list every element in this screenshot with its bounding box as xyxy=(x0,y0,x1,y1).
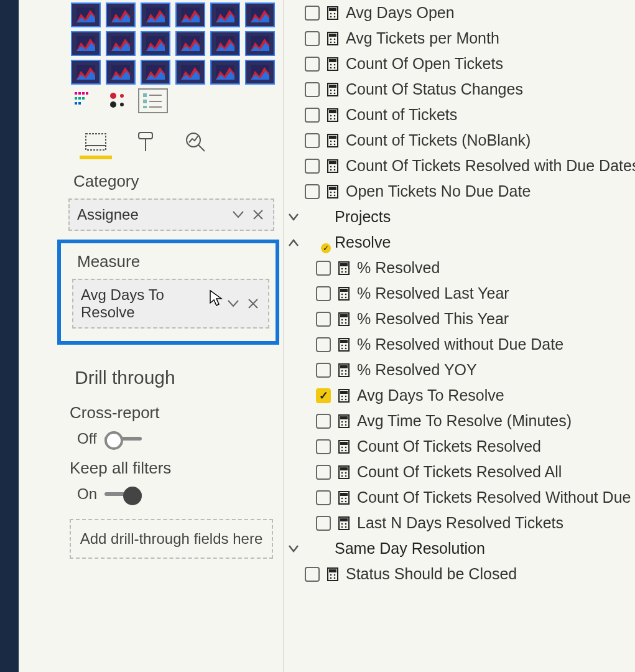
field-checkbox[interactable] xyxy=(316,286,331,301)
custom-visual-tile[interactable] xyxy=(71,2,101,27)
field-checkbox[interactable] xyxy=(316,439,331,454)
field-checkbox[interactable] xyxy=(305,82,320,97)
field-checkbox[interactable] xyxy=(316,388,331,403)
visualizations-panel: /* placeholder */ Category Assignee Meas… xyxy=(60,0,284,672)
svg-rect-79 xyxy=(329,161,336,164)
measure-icon xyxy=(337,439,351,455)
svg-rect-133 xyxy=(340,442,348,445)
measure-icon xyxy=(337,490,351,506)
field-checkbox[interactable] xyxy=(316,363,331,378)
custom-visual-tile[interactable] xyxy=(106,31,136,56)
custom-visual-tile[interactable] xyxy=(210,2,240,27)
svg-point-154 xyxy=(341,526,343,528)
custom-visual-tile[interactable] xyxy=(71,60,101,85)
category-well[interactable]: Assignee xyxy=(68,198,274,231)
measure-icon xyxy=(337,286,351,302)
custom-visual-tile[interactable] xyxy=(175,60,205,85)
custom-visual-tile[interactable] xyxy=(175,2,205,27)
drillthrough-drop-area[interactable]: Add drill-through fields here xyxy=(70,519,273,559)
table-group[interactable]: Projects xyxy=(284,204,635,230)
field-item[interactable]: Count Of Status Changes xyxy=(284,77,635,102)
field-item[interactable]: Avg Tickets per Month xyxy=(284,26,635,51)
tab-format[interactable] xyxy=(133,129,158,154)
field-checkbox[interactable] xyxy=(305,133,320,148)
field-item[interactable]: Count Of Tickets Resolved xyxy=(284,434,635,459)
custom-visual-tile[interactable] xyxy=(210,31,240,56)
tab-fields[interactable] xyxy=(83,129,108,154)
field-item[interactable]: Count of Tickets xyxy=(284,102,635,128)
table-group[interactable]: ✓Resolve xyxy=(284,230,635,255)
field-item[interactable]: % Resolved xyxy=(284,255,635,281)
field-checkbox[interactable] xyxy=(316,337,331,352)
field-item[interactable]: % Resolved YOY xyxy=(284,357,635,383)
custom-visual-tile[interactable] xyxy=(106,2,136,27)
field-name: % Resolved xyxy=(357,259,440,277)
field-item[interactable]: Avg Time To Resolve (Minutes) xyxy=(284,408,635,434)
table-group[interactable]: Same Day Resolution xyxy=(284,536,635,561)
svg-point-118 xyxy=(341,373,343,375)
matrix-visual-icon[interactable] xyxy=(71,88,101,113)
keep-all-filters-toggle[interactable]: On xyxy=(66,483,277,505)
table-name: Resolve xyxy=(335,233,391,251)
field-item[interactable]: Avg Days Open xyxy=(284,0,635,26)
svg-point-137 xyxy=(345,449,347,451)
field-item[interactable]: Count Of Tickets Resolved Without Due xyxy=(284,485,635,510)
svg-point-112 xyxy=(341,347,343,349)
svg-point-87 xyxy=(334,191,336,193)
field-item[interactable]: Count Of Tickets Resolved All xyxy=(284,459,635,485)
field-item[interactable]: % Resolved This Year xyxy=(284,306,635,332)
measure-icon xyxy=(337,464,351,480)
remove-field-icon[interactable] xyxy=(246,296,261,311)
field-checkbox[interactable] xyxy=(305,184,320,199)
custom-visual-tile[interactable] xyxy=(245,60,275,85)
svg-rect-22 xyxy=(75,97,77,100)
custom-visual-tile[interactable] xyxy=(71,31,101,56)
measure-icon xyxy=(326,107,340,123)
svg-point-117 xyxy=(345,370,347,371)
field-checkbox[interactable] xyxy=(316,414,331,429)
cross-report-toggle[interactable]: Off xyxy=(66,427,277,450)
chevron-down-icon[interactable] xyxy=(226,296,241,311)
measure-icon xyxy=(326,82,340,98)
chevron-down-icon[interactable] xyxy=(231,207,246,222)
custom-visual-tile[interactable] xyxy=(175,31,205,56)
field-item[interactable]: Avg Days To Resolve xyxy=(284,383,635,408)
field-item[interactable]: % Resolved Last Year xyxy=(284,281,635,306)
field-checkbox[interactable] xyxy=(316,465,331,480)
measure-well[interactable]: Avg Days To Resolve xyxy=(72,279,269,329)
field-checkbox[interactable] xyxy=(305,6,320,21)
field-checkbox[interactable] xyxy=(316,261,331,276)
field-item[interactable]: Count Of Open Tickets xyxy=(284,51,635,77)
dot-visual-icon[interactable] xyxy=(104,88,134,113)
remove-field-icon[interactable] xyxy=(251,207,266,222)
measure-icon xyxy=(337,311,351,327)
svg-point-122 xyxy=(341,395,343,397)
custom-visual-tile[interactable] xyxy=(210,60,240,85)
field-checkbox[interactable] xyxy=(305,31,320,46)
field-item[interactable]: Last N Days Resolved Tickets xyxy=(284,510,635,536)
field-checkbox[interactable] xyxy=(305,108,320,123)
field-checkbox[interactable] xyxy=(316,312,331,327)
custom-visual-tile[interactable] xyxy=(141,2,170,27)
custom-visual-tile[interactable] xyxy=(245,2,275,27)
svg-point-110 xyxy=(341,344,343,346)
custom-visual-tile[interactable] xyxy=(245,31,275,56)
field-checkbox[interactable] xyxy=(316,516,331,531)
list-visual-icon[interactable] xyxy=(138,88,168,113)
field-item[interactable]: Count Of Tickets Resolved with Due Dates xyxy=(284,153,635,179)
field-checkbox[interactable] xyxy=(305,159,320,174)
tab-analytics[interactable] xyxy=(183,129,208,154)
svg-point-76 xyxy=(330,143,332,145)
field-checkbox[interactable] xyxy=(305,567,320,582)
custom-visual-tile[interactable] xyxy=(141,31,170,56)
field-item[interactable]: Count of Tickets (NoBlank) xyxy=(284,128,635,153)
field-item[interactable]: Open Tickets No Due Date xyxy=(284,179,635,204)
field-item[interactable]: % Resolved without Due Date xyxy=(284,332,635,357)
field-item[interactable]: Status Should be Closed xyxy=(284,561,635,587)
custom-visual-tile[interactable] xyxy=(106,60,136,85)
field-checkbox[interactable] xyxy=(305,57,320,72)
svg-rect-139 xyxy=(340,467,348,470)
field-checkbox[interactable] xyxy=(316,490,331,505)
custom-visual-tile[interactable] xyxy=(141,60,170,85)
svg-point-141 xyxy=(345,472,347,474)
